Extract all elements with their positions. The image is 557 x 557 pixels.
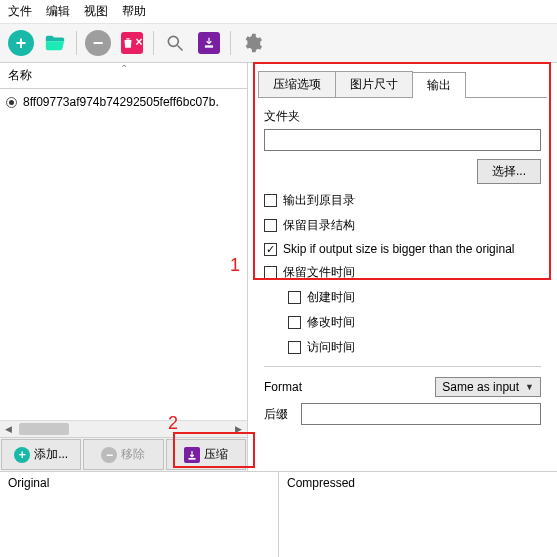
toolbar-separator [76,31,77,55]
svg-rect-2 [205,45,213,47]
compress-button[interactable]: 压缩 [166,439,246,470]
tab-image-size[interactable]: 图片尺寸 [335,71,413,97]
column-name-label: 名称 [8,67,32,84]
add-button[interactable]: + 添加... [1,439,81,470]
menubar: 文件 编辑 视图 帮助 [0,0,557,24]
scrollbar-thumb[interactable] [19,423,69,435]
format-select[interactable]: Same as input ▼ [435,377,541,397]
checkbox-label: 保留文件时间 [283,264,355,281]
output-form: 文件夹 选择... 输出到原目录 保留目录结构 Skip if output s… [258,98,547,437]
scroll-right-icon[interactable]: ▶ [230,421,247,437]
chevron-down-icon: ▼ [525,382,534,392]
preview-area: Original Compressed [0,471,557,557]
suffix-input[interactable] [301,403,541,425]
browse-button[interactable]: 选择... [477,159,541,184]
format-value: Same as input [442,380,519,394]
folder-label: 文件夹 [264,108,541,125]
checkbox-label: 修改时间 [307,314,355,331]
file-status-icon [6,97,17,108]
checkbox-label: 创建时间 [307,289,355,306]
file-list-panel: ⌃ 名称 8ff09773af974b74292505feff6bc07b. ◀… [0,63,248,471]
checkbox-icon [264,266,277,279]
list-action-bar: + 添加... − 移除 压缩 [0,437,247,471]
toolbar-separator [153,31,154,55]
preview-compressed: Compressed [278,472,557,557]
preview-original-box [8,490,270,557]
delete-icon[interactable]: × [119,30,145,56]
remove-button-label: 移除 [121,446,145,463]
checkbox-icon [264,194,277,207]
file-list[interactable]: 8ff09773af974b74292505feff6bc07b. [0,89,247,420]
horizontal-scrollbar[interactable]: ◀ ▶ [0,420,247,437]
plus-icon: + [14,447,30,463]
column-header[interactable]: ⌃ 名称 [0,63,247,89]
checkbox-output-to-source[interactable]: 输出到原目录 [264,192,541,209]
menu-view[interactable]: 视图 [84,3,108,20]
divider [264,366,541,367]
checkbox-label: 访问时间 [307,339,355,356]
search-icon[interactable] [162,30,188,56]
menu-help[interactable]: 帮助 [122,3,146,20]
svg-point-0 [168,36,178,46]
add-icon[interactable]: + [8,30,34,56]
tab-bar: 压缩选项 图片尺寸 输出 [258,71,547,98]
checkbox-skip-bigger[interactable]: Skip if output size is bigger than the o… [264,242,541,256]
remove-icon[interactable]: − [85,30,111,56]
compress-button-label: 压缩 [204,446,228,463]
checkbox-icon [264,219,277,232]
open-folder-icon[interactable] [42,30,68,56]
checkbox-atime[interactable]: 访问时间 [288,339,541,356]
file-name: 8ff09773af974b74292505feff6bc07b. [23,95,219,109]
minus-icon: − [101,447,117,463]
tab-compress-options[interactable]: 压缩选项 [258,71,336,97]
checkbox-keep-time[interactable]: 保留文件时间 [264,264,541,281]
remove-button[interactable]: − 移除 [83,439,163,470]
checkbox-label: 保留目录结构 [283,217,355,234]
preview-original-label: Original [8,476,270,490]
checkbox-label: 输出到原目录 [283,192,355,209]
toolbar-separator [230,31,231,55]
scroll-left-icon[interactable]: ◀ [0,421,17,437]
menu-edit[interactable]: 编辑 [46,3,70,20]
tab-output[interactable]: 输出 [412,72,466,98]
preview-compressed-label: Compressed [287,476,549,490]
preview-original: Original [0,472,278,557]
checkbox-icon [264,243,277,256]
add-button-label: 添加... [34,446,68,463]
options-panel: 压缩选项 图片尺寸 输出 文件夹 选择... 输出到原目录 保留目录结构 Ski… [248,63,557,471]
checkbox-icon [288,291,301,304]
checkbox-ctime[interactable]: 创建时间 [288,289,541,306]
checkbox-keep-structure[interactable]: 保留目录结构 [264,217,541,234]
preview-compressed-box [287,490,549,557]
compress-icon[interactable] [196,30,222,56]
checkbox-icon [288,316,301,329]
svg-line-1 [178,46,183,51]
checkbox-label: Skip if output size is bigger than the o… [283,242,514,256]
checkbox-icon [288,341,301,354]
folder-input[interactable] [264,129,541,151]
checkbox-mtime[interactable]: 修改时间 [288,314,541,331]
menu-file[interactable]: 文件 [8,3,32,20]
compress-small-icon [184,447,200,463]
settings-icon[interactable] [239,30,265,56]
toolbar: + − × [0,24,557,63]
format-label: Format [264,380,302,394]
suffix-label: 后缀 [264,406,288,423]
file-row[interactable]: 8ff09773af974b74292505feff6bc07b. [6,93,241,111]
svg-rect-3 [188,457,195,459]
sort-indicator-icon: ⌃ [120,63,128,74]
